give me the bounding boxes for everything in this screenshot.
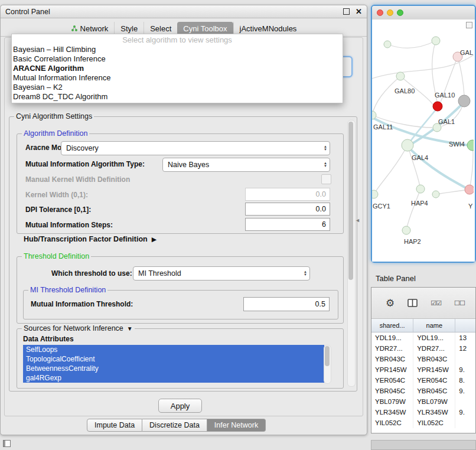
dropdown-option[interactable]: Basic Correlation Inference <box>12 54 343 64</box>
deselect-all-checkboxes-icon[interactable]: ☐☐ <box>454 299 465 307</box>
aracne-mode-select[interactable]: Discovery ▲▼ <box>61 141 330 155</box>
table-row[interactable]: YLR345W YLR345W 9. <box>371 407 475 418</box>
apply-button[interactable]: Apply <box>158 399 202 413</box>
algorithm-definition-group: Algorithm Definition Aracne Mode: Discov… <box>17 133 344 234</box>
mi-steps-field[interactable]: 6 <box>245 218 330 231</box>
control-panel-titlebar: Control Panel ✕ <box>1 5 367 18</box>
chevron-right-icon: ▶ <box>152 236 157 243</box>
close-icon[interactable]: ✕ <box>356 7 362 16</box>
hub-tf-section-toggle[interactable]: Hub/Transcription Factor Definition ▶ <box>24 235 157 243</box>
settings-scrollbar-thumb[interactable] <box>348 122 353 280</box>
node-label: GAL <box>460 49 473 56</box>
manual-kernel-label: Manual Kernel Width Definition <box>25 175 130 184</box>
gear-icon[interactable]: ⚙ <box>386 297 395 309</box>
dropdown-option[interactable]: Bayesian – Hill Climbing <box>12 45 343 54</box>
network-node[interactable] <box>402 139 413 151</box>
network-node[interactable] <box>384 41 391 48</box>
node-label: GAL10 <box>435 92 455 99</box>
chevron-down-icon: ▼ <box>127 325 133 332</box>
dropdown-option[interactable]: Mutual Information Inference <box>12 73 343 83</box>
list-item[interactable]: BetweennessCentrality <box>23 364 324 373</box>
hub-tf-label: Hub/Transcription Factor Definition <box>24 235 148 243</box>
kernel-width-field[interactable]: 0.0 <box>245 188 330 201</box>
bottom-tab-group: Impute Data Discretize Data Infer Networ… <box>87 419 266 432</box>
overview-toggle-button[interactable] <box>466 22 472 28</box>
list-item[interactable]: TopologicalCoefficient <box>23 354 324 364</box>
table-row[interactable]: YDR27... YDR27... 12 <box>371 343 475 354</box>
node-label: HAP4 <box>411 200 428 207</box>
float-window-icon[interactable] <box>343 8 350 15</box>
network-window-titlebar <box>372 6 475 20</box>
table-row[interactable]: YPR145W YPR145W 9. <box>371 364 475 375</box>
attributes-scrollbar[interactable] <box>324 345 331 384</box>
which-threshold-select[interactable]: MI Threshold ▲▼ <box>133 266 310 281</box>
cyni-algorithm-settings-group: Cyni Algorithm Settings Algorithm Defini… <box>9 116 357 392</box>
list-item[interactable]: SelfLoops <box>23 345 324 354</box>
mi-type-value: Naive Bayes <box>168 161 209 169</box>
network-node[interactable] <box>402 226 410 234</box>
sources-group-header[interactable]: Sources for Network Inference ▼ <box>22 324 135 332</box>
network-node[interactable] <box>467 140 474 151</box>
attributes-scrollbar-thumb[interactable] <box>325 346 330 366</box>
bottom-panel-strip <box>371 440 476 450</box>
table-row[interactable]: YIL052C YIL052C <box>371 418 475 428</box>
network-node[interactable] <box>432 191 439 198</box>
tab-network-label: Network <box>80 24 109 33</box>
network-icon <box>71 25 78 32</box>
combo-arrows-icon: ▲▼ <box>304 270 307 276</box>
node-label: GAL80 <box>395 87 415 94</box>
node-label: GAL1 <box>438 118 455 125</box>
tab-infer-network[interactable]: Infer Network <box>207 419 266 432</box>
network-node-pink[interactable] <box>465 185 474 194</box>
network-node[interactable] <box>396 72 405 80</box>
select-all-checkboxes-icon[interactable]: ☑☑ <box>431 299 441 307</box>
columns-icon[interactable] <box>407 299 418 307</box>
table-row[interactable]: YBR045C YBR045C 9. <box>371 386 475 396</box>
data-attributes-label: Data Attributes <box>23 335 74 343</box>
node-label: SWI4 <box>449 141 465 148</box>
node-label: Y <box>468 203 473 210</box>
manual-kernel-checkbox[interactable] <box>321 174 331 184</box>
minimize-traffic-light-icon[interactable] <box>387 9 393 16</box>
combo-arrows-icon: ▲▼ <box>324 145 327 151</box>
dropdown-option[interactable]: Dream8 DC_TDC Algorithm <box>12 92 343 102</box>
column-header-name[interactable]: name <box>413 319 455 332</box>
table-row[interactable]: YBL079W YBL079W <box>371 396 475 407</box>
network-node-red[interactable] <box>433 102 442 111</box>
dropdown-option[interactable]: Bayesian – K2 <box>12 83 343 92</box>
threshold-definition-title: Threshold Definition <box>22 252 91 260</box>
zoom-traffic-light-icon[interactable] <box>397 9 403 16</box>
panel-collapse-icon[interactable]: ◄ <box>355 217 360 223</box>
list-item[interactable]: gal4RGexp <box>23 373 324 383</box>
network-view-window: GAL GAL80 GAL10 GAL11 GAL1 SWI4 GAL4 GCY… <box>371 5 476 263</box>
mi-type-select[interactable]: Naive Bayes ▲▼ <box>162 158 330 172</box>
close-traffic-light-icon[interactable] <box>377 9 383 16</box>
table-header-row: shared... name <box>371 319 475 332</box>
mi-threshold-field[interactable]: 0.5 <box>243 297 330 311</box>
mi-type-label: Mutual Information Algorithm Type: <box>25 160 145 168</box>
which-threshold-label: Which threshold to use: <box>51 269 132 278</box>
algorithm-dropdown-popup: Select algorithm to view settings Bayesi… <box>11 34 343 103</box>
tab-discretize-data[interactable]: Discretize Data <box>142 419 207 432</box>
tab-impute-data[interactable]: Impute Data <box>87 419 142 432</box>
table-row[interactable]: YER054C YER054C 8. <box>371 375 475 386</box>
control-panel-window: Control Panel ✕ Network Style Select Cyn… <box>0 5 367 435</box>
minimized-panel-icon[interactable] <box>3 440 11 447</box>
table-row[interactable]: YDL19... YDL19... 13 <box>371 332 475 343</box>
network-canvas[interactable]: GAL GAL80 GAL10 GAL11 GAL1 SWI4 GAL4 GCY… <box>372 19 475 262</box>
network-node[interactable] <box>372 190 378 198</box>
dpi-tolerance-field[interactable]: 0.0 <box>245 203 330 216</box>
column-header-shared-name[interactable]: shared... <box>371 319 413 332</box>
table-row[interactable]: YBR043C YBR043C <box>371 354 475 364</box>
network-node[interactable] <box>432 37 440 45</box>
table-toolbar: ⚙ ☑☑ ☐☐ <box>371 288 475 319</box>
dropdown-option-highlighted[interactable]: ARACNE Algorithm <box>12 64 343 73</box>
network-node-gray[interactable] <box>458 95 470 107</box>
table-panel-window: ⚙ ☑☑ ☐☐ shared... name YDL19... YDL19...… <box>371 287 476 433</box>
sources-group: Sources for Network Inference ▼ Data Att… <box>17 328 344 389</box>
algorithm-definition-title: Algorithm Definition <box>22 129 89 138</box>
network-node[interactable] <box>416 185 425 193</box>
column-header-cut[interactable] <box>455 319 475 332</box>
network-graph[interactable]: GAL GAL80 GAL10 GAL11 GAL1 SWI4 GAL4 GCY… <box>372 19 474 260</box>
settings-scrollbar[interactable] <box>347 120 356 387</box>
